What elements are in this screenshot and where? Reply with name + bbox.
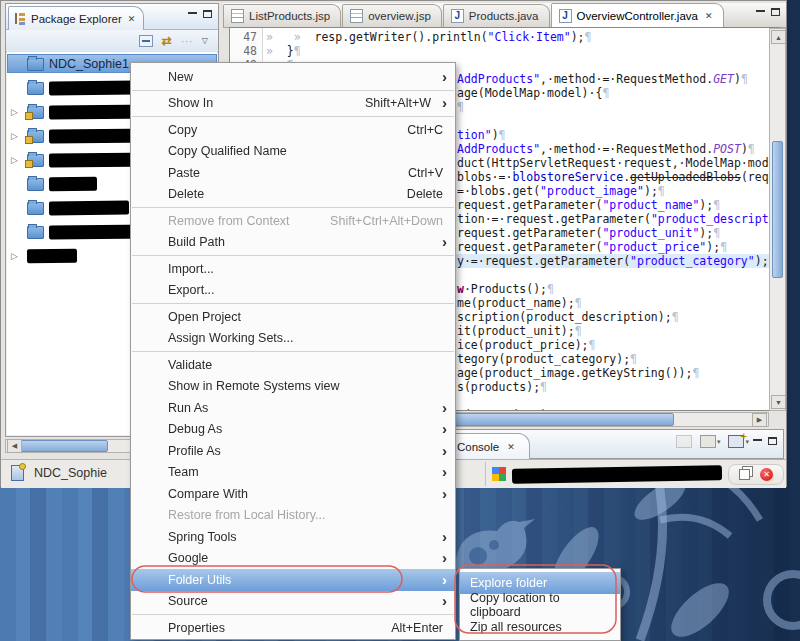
progress-view-icon[interactable] xyxy=(739,469,750,480)
submenu-arrow-icon: › xyxy=(435,424,447,434)
tree-item-label: NDC_Sophie1 xyxy=(49,57,129,71)
scroll-up-icon[interactable]: ▲ xyxy=(771,30,786,44)
package-explorer-tab-row: Package Explorer ✕ xyxy=(6,4,218,30)
project-folder-icon xyxy=(27,106,44,119)
menu-item-label: Properties xyxy=(168,621,225,635)
close-tab-icon[interactable]: ✕ xyxy=(705,11,713,21)
menu-separator xyxy=(131,253,455,258)
expander-arrow-icon[interactable]: ▷ xyxy=(11,131,21,141)
submenu-arrow-icon: › xyxy=(435,446,447,456)
menu-item-properties[interactable]: PropertiesAlt+Enter xyxy=(131,617,455,639)
scroll-left-icon[interactable]: ◀ xyxy=(7,439,22,453)
error-log-icon[interactable]: ✕ xyxy=(760,468,773,481)
code-line: it(product_unit);¶ xyxy=(457,324,582,338)
filters-icon[interactable]: ··· xyxy=(181,35,193,47)
close-view-icon[interactable]: ✕ xyxy=(128,14,136,24)
open-console-icon[interactable]: + xyxy=(728,435,744,448)
menu-item-debug-as[interactable]: Debug As› xyxy=(131,419,455,441)
expander-arrow-icon[interactable]: ▷ xyxy=(11,107,21,117)
editor-tab-products-java[interactable]: JProducts.java xyxy=(443,4,550,27)
code-segment: age(product_image.getKeyString()); xyxy=(457,366,692,380)
expander-arrow-icon[interactable]: ▷ xyxy=(11,251,21,261)
string-literal: "product_image" xyxy=(540,184,644,198)
submenu-item-zip-all-resources[interactable]: Zip all resources xyxy=(460,616,620,638)
menu-item-build-path[interactable]: Build Path› xyxy=(131,232,455,254)
scroll-right-icon[interactable]: ▶ xyxy=(752,413,767,427)
menu-item-folder-utils[interactable]: Folder Utils› xyxy=(131,569,455,591)
menu-item-remove-from-context[interactable]: Remove from ContextShift+Ctrl+Alt+Down xyxy=(131,210,455,232)
menu-item-label: Remove from Context xyxy=(168,214,290,228)
editor-tab-overviewcontroller-java[interactable]: JOverviewController.java✕ xyxy=(551,3,724,27)
context-menu: New›Show InShift+Alt+W›CopyCtrl+CCopy Qu… xyxy=(130,62,456,640)
menu-item-restore-from-local-history[interactable]: Restore from Local History... xyxy=(131,505,455,527)
hscroll-thumb[interactable] xyxy=(20,440,108,452)
code-segment: ¶ xyxy=(741,72,748,86)
menu-item-show-in[interactable]: Show InShift+Alt+W› xyxy=(131,93,455,115)
menu-item-paste[interactable]: PasteCtrl+V xyxy=(131,162,455,184)
code-line: request.getParameter("product_name");¶ xyxy=(457,198,720,212)
menu-item-profile-as[interactable]: Profile As› xyxy=(131,440,455,462)
console-tab[interactable]: Console ✕ xyxy=(446,433,530,460)
code-line: y·=·request.getParameter("product_catego… xyxy=(457,254,776,268)
menu-item-copy-qualified-name[interactable]: Copy Qualified Name xyxy=(131,141,455,163)
code-segment: ); xyxy=(644,184,658,198)
menu-item-spring-tools[interactable]: Spring Tools› xyxy=(131,526,455,548)
package-explorer-tab[interactable]: Package Explorer ✕ xyxy=(8,6,144,30)
code-line: » » resp.getWriter().println("Click·Item… xyxy=(266,30,591,44)
menu-item-run-as[interactable]: Run As› xyxy=(131,397,455,419)
string-literal: "overview" xyxy=(471,408,540,411)
menu-item-label: Source xyxy=(168,594,208,608)
minimize-icon[interactable] xyxy=(188,12,197,17)
menu-item-open-project[interactable]: Open Project xyxy=(131,306,455,328)
maximize-icon[interactable] xyxy=(203,10,212,18)
code-line: request.getParameter("product_price");¶ xyxy=(457,240,727,254)
scroll-down-icon[interactable]: ▼ xyxy=(771,395,786,409)
project-decorator-icon xyxy=(25,160,33,168)
minimize-icon[interactable] xyxy=(756,10,765,15)
display-selected-console-icon[interactable] xyxy=(700,435,716,448)
menu-item-delete[interactable]: DeleteDelete xyxy=(131,184,455,206)
menu-item-label: Show In xyxy=(168,96,213,110)
submenu-arrow-icon: › xyxy=(435,98,447,108)
collapse-all-icon[interactable] xyxy=(139,35,153,47)
vscroll-thumb[interactable] xyxy=(772,141,783,278)
menu-item-import[interactable]: Import... xyxy=(131,258,455,280)
string-literal: "product_unit" xyxy=(602,226,699,240)
menu-item-shortcut: Delete xyxy=(407,187,447,201)
menu-item-validate[interactable]: Validate xyxy=(131,354,455,376)
code-line: tion")¶ xyxy=(457,128,506,142)
minimize-icon[interactable] xyxy=(753,439,762,444)
code-line: age(ModelMap·model)·{¶ xyxy=(457,86,609,100)
editor-tab-overview-jsp[interactable]: overview.jsp xyxy=(342,4,442,27)
menu-item-shortcut: Alt+Enter xyxy=(391,621,447,635)
menu-item-copy[interactable]: CopyCtrl+C xyxy=(131,119,455,141)
menu-item-label: Import... xyxy=(168,262,214,276)
expander-arrow-icon[interactable]: ▷ xyxy=(11,155,21,165)
menu-item-label: Paste xyxy=(168,166,200,180)
string-literal: "product_name" xyxy=(602,198,699,212)
close-view-icon[interactable]: ✕ xyxy=(507,442,515,452)
menu-item-show-in-remote-systems-view[interactable]: Show in Remote Systems view xyxy=(131,376,455,398)
menu-item-label: Export... xyxy=(168,283,215,297)
menu-item-source[interactable]: Source› xyxy=(131,591,455,613)
code-line: AddProducts",·method·=·RequestMethod.POS… xyxy=(457,142,755,156)
menu-item-team[interactable]: Team› xyxy=(131,462,455,484)
editor-vscrollbar[interactable]: ▲ ▼ xyxy=(769,28,786,411)
submenu-item-copy-location-to-clipboard[interactable]: Copy location to clipboard xyxy=(460,594,620,616)
pin-console-icon[interactable] xyxy=(676,435,692,448)
menu-item-shortcut: Shift+Ctrl+Alt+Down xyxy=(330,214,447,228)
menu-item-compare-with[interactable]: Compare With› xyxy=(131,483,455,505)
menu-item-export[interactable]: Export... xyxy=(131,280,455,302)
status-selection-label: NDC_Sophie xyxy=(34,466,107,480)
editor-tab-listproducts-jsp[interactable]: ListProducts.jsp xyxy=(223,4,341,27)
maximize-icon[interactable] xyxy=(768,437,777,445)
view-menu-chevron-icon[interactable]: ▽ xyxy=(202,35,208,47)
menu-item-new[interactable]: New› xyxy=(131,66,455,88)
maximize-icon[interactable] xyxy=(771,8,780,16)
menu-item-label: New xyxy=(168,70,193,84)
link-with-editor-icon[interactable]: ⇄ xyxy=(162,35,172,47)
string-literal: AddProducts" xyxy=(457,142,540,156)
menu-item-google[interactable]: Google› xyxy=(131,548,455,570)
menu-item-assign-working-sets[interactable]: Assign Working Sets... xyxy=(131,328,455,350)
chevron-down-icon[interactable]: ▾ xyxy=(717,438,721,446)
